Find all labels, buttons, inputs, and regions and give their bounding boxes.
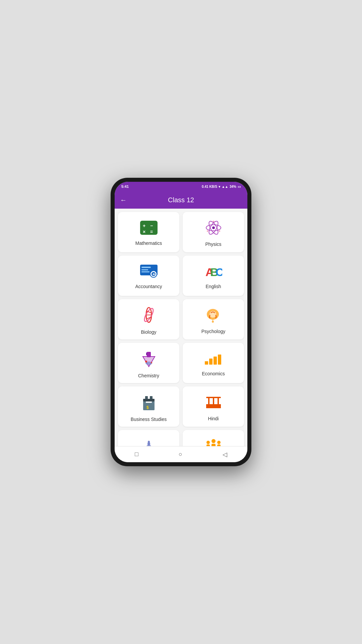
svg-text:×: × — [143, 229, 145, 234]
nav-bar: □ ○ ◁ — [115, 446, 247, 462]
svg-point-11 — [219, 230, 220, 232]
hindi-label: Hindi — [208, 416, 219, 421]
economics-icon — [204, 352, 223, 368]
svg-point-36 — [151, 362, 152, 363]
status-right: 0.41 KB/S ▾ ▲▲ 34% ▭ — [202, 185, 241, 189]
svg-rect-44 — [146, 401, 152, 403]
subject-card-english[interactable]: A B C English — [183, 256, 244, 296]
subject-card-physics[interactable]: Physics — [183, 212, 244, 252]
subject-card-biology[interactable]: Biology — [118, 299, 179, 339]
svg-point-60 — [212, 439, 216, 443]
back-button[interactable]: ← — [120, 196, 127, 204]
svg-text:−: − — [150, 223, 153, 228]
mathematics-icon: + − × = — [140, 221, 158, 237]
svg-rect-13 — [141, 267, 151, 268]
svg-point-10 — [207, 230, 208, 232]
status-time: 5:41 — [121, 184, 129, 189]
subject-card-hindi[interactable]: Hindi — [183, 386, 244, 427]
nav-triangle-button[interactable]: ◁ — [216, 449, 234, 460]
svg-rect-32 — [147, 352, 151, 357]
biology-icon — [142, 306, 156, 326]
svg-rect-40 — [218, 355, 221, 365]
hindi-icon — [205, 394, 222, 413]
phone-screen: 5:41 0.41 KB/S ▾ ▲▲ 34% ▭ ← Class 12 — [115, 182, 247, 462]
psychology-label: Psychology — [201, 329, 226, 334]
svg-point-62 — [217, 441, 221, 444]
subject-card-economics[interactable]: Economics — [183, 343, 244, 383]
subject-card-business-studies[interactable]: $ Business Studies — [118, 386, 179, 427]
signal-icon: ▲▲ — [222, 185, 228, 189]
svg-text:=: = — [150, 229, 153, 234]
battery: 34% — [230, 185, 236, 189]
battery-icon: ▭ — [238, 185, 241, 189]
svg-point-29 — [212, 321, 214, 323]
svg-rect-48 — [206, 406, 221, 408]
economics-label: Economics — [202, 371, 225, 376]
accountancy-icon: 👁 — [140, 265, 158, 280]
subject-card-accountancy[interactable]: 👁 Accountancy — [118, 256, 179, 296]
chemistry-label: Chemistry — [138, 373, 159, 378]
svg-rect-38 — [209, 359, 213, 365]
psychology-icon — [205, 307, 222, 325]
biology-label: Biology — [141, 329, 157, 335]
svg-rect-46 — [143, 399, 155, 401]
network-speed: 0.41 KB/S — [202, 185, 217, 189]
svg-text:C: C — [216, 266, 222, 278]
business-icon: $ — [140, 393, 157, 413]
subjects-grid: + − × = Mathematics — [118, 212, 244, 446]
svg-rect-50 — [213, 397, 214, 405]
svg-rect-14 — [141, 269, 148, 270]
svg-text:+: + — [143, 223, 145, 228]
physics-icon — [205, 220, 222, 238]
svg-rect-49 — [208, 397, 209, 405]
political-science-icon — [204, 438, 223, 446]
nav-circle-button[interactable]: ○ — [172, 449, 189, 459]
subject-card-history[interactable]: History — [118, 430, 179, 446]
svg-rect-52 — [206, 397, 221, 398]
svg-point-8 — [212, 226, 215, 229]
subject-card-political-science[interactable]: Political Science — [183, 430, 244, 446]
page-title: Class 12 — [131, 196, 231, 204]
nav-square-button[interactable]: □ — [128, 449, 145, 459]
app-header: ← Class 12 — [115, 191, 247, 209]
svg-rect-39 — [214, 357, 217, 365]
svg-text:$: $ — [146, 405, 149, 410]
svg-point-9 — [213, 221, 214, 222]
svg-rect-37 — [205, 361, 208, 365]
status-bar: 5:41 0.41 KB/S ▾ ▲▲ 34% ▭ — [115, 182, 247, 191]
svg-rect-15 — [141, 271, 149, 272]
mathematics-label: Mathematics — [135, 240, 162, 246]
svg-point-35 — [145, 361, 147, 363]
physics-label: Physics — [205, 241, 221, 247]
english-icon: A B C — [205, 265, 222, 280]
english-label: English — [206, 284, 221, 289]
svg-rect-51 — [218, 397, 219, 405]
subject-card-psychology[interactable]: Psychology — [183, 299, 244, 339]
business-studies-label: Business Studies — [131, 417, 167, 422]
svg-point-58 — [206, 441, 210, 444]
history-icon — [140, 437, 158, 446]
svg-point-57 — [148, 441, 150, 443]
svg-text:👁: 👁 — [153, 273, 155, 276]
svg-rect-33 — [146, 353, 147, 355]
subject-card-mathematics[interactable]: + − × = Mathematics — [118, 212, 179, 252]
wifi-icon: ▾ — [219, 185, 220, 189]
phone-frame: 5:41 0.41 KB/S ▾ ▲▲ 34% ▭ ← Class 12 — [111, 178, 251, 466]
subject-card-chemistry[interactable]: Chemistry — [118, 343, 179, 383]
svg-rect-61 — [212, 444, 216, 446]
chemistry-icon — [141, 350, 156, 370]
accountancy-label: Accountancy — [135, 284, 162, 289]
subjects-content: + − × = Mathematics — [115, 209, 247, 446]
